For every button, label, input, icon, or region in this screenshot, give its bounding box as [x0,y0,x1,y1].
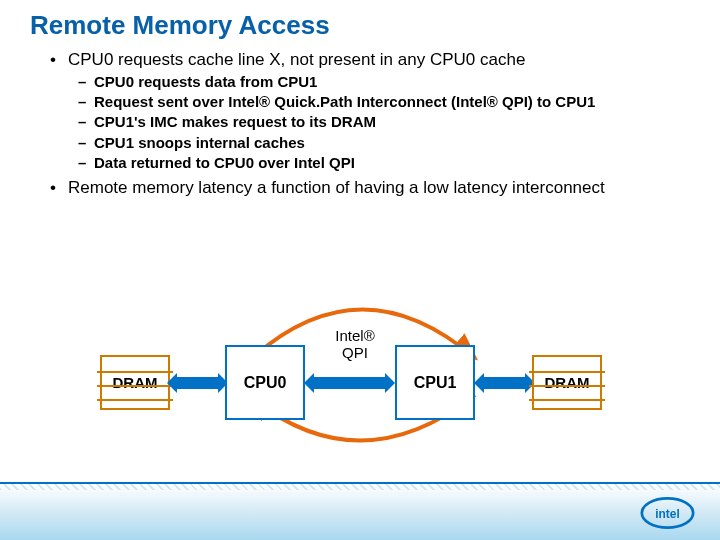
bus-qpi [312,377,387,389]
sub-bullet-5: Data returned to CPU0 over Intel QPI [78,153,690,173]
sub-bullet-3: CPU1's IMC makes request to its DRAM [78,112,690,132]
dram-left-block: DRAM [100,355,170,410]
bullet-list: CPU0 requests cache line X, not present … [30,49,690,200]
sub-bullet-4: CPU1 snoops internal caches [78,133,690,153]
qpi-label-bottom: QPI [325,344,385,361]
dram-left-label: DRAM [113,374,158,391]
sub-bullet-2: Request sent over Intel® Quick.Path Inte… [78,92,690,112]
cpu0-block: CPU0 [225,345,305,420]
cpu1-label: CPU1 [414,374,457,392]
slide-title: Remote Memory Access [30,10,690,41]
qpi-label-top: Intel® [325,327,385,344]
bullet-1: CPU0 requests cache line X, not present … [50,49,690,173]
intel-logo-icon: intel [640,494,695,532]
architecture-diagram: DRAM CPU0 Intel® QPI CPU1 DRAM [0,300,720,480]
sub-bullet-list: CPU0 requests data from CPU1 Request sen… [68,72,690,173]
dram-right-label: DRAM [545,374,590,391]
qpi-label: Intel® QPI [325,327,385,361]
bullet-1-text: CPU0 requests cache line X, not present … [68,50,525,69]
dram-right-block: DRAM [532,355,602,410]
cpu1-block: CPU1 [395,345,475,420]
bus-right [482,377,527,389]
sub-bullet-1: CPU0 requests data from CPU1 [78,72,690,92]
svg-text:intel: intel [655,507,679,521]
cpu0-label: CPU0 [244,374,287,392]
footer-bar: intel [0,482,720,540]
bus-left [175,377,220,389]
bullet-2: Remote memory latency a function of havi… [50,177,690,200]
